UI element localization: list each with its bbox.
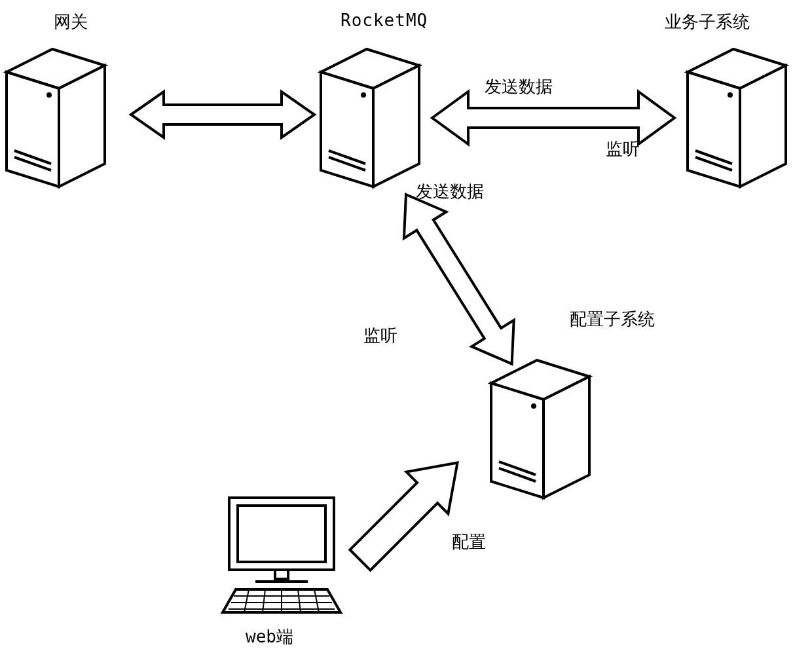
server-icon-business [688, 49, 786, 187]
svg-marker-20 [432, 92, 674, 144]
computer-icon-web [223, 498, 341, 612]
arrow-rocketmq-business [432, 92, 674, 144]
server-icon-config [491, 360, 589, 498]
svg-marker-21 [385, 181, 533, 377]
diagram-svg [0, 0, 812, 651]
svg-marker-22 [339, 442, 478, 581]
arrow-gateway-rocketmq [131, 92, 314, 138]
arrow-rocketmq-config [385, 181, 533, 377]
svg-marker-19 [131, 92, 314, 138]
server-icon-rocketmq [321, 49, 419, 187]
arrow-web-config [339, 442, 478, 581]
server-icon-gateway [7, 49, 105, 187]
